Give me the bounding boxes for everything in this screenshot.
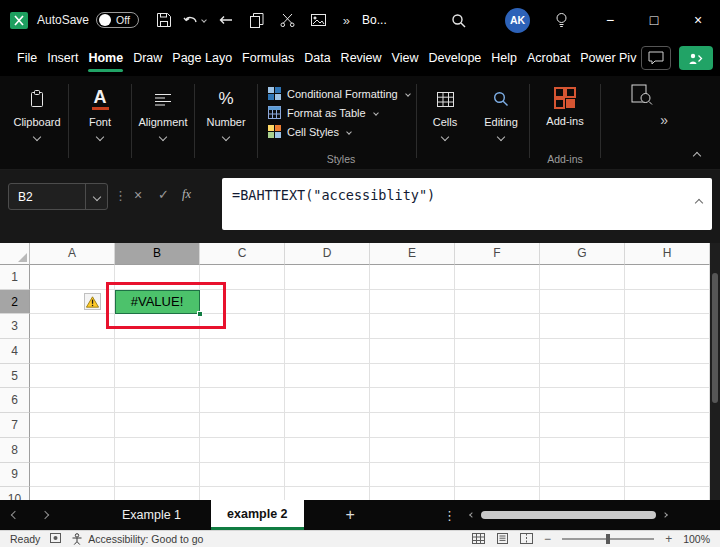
cell-B1[interactable] (115, 265, 200, 290)
cell-B9[interactable] (115, 463, 200, 488)
tab-acrobat[interactable]: Acrobat (522, 40, 575, 76)
tab-page-layout[interactable]: Page Layo (167, 40, 237, 76)
cell-G7[interactable] (540, 413, 625, 438)
close-button[interactable]: × (676, 0, 720, 40)
cell-A8[interactable] (30, 438, 115, 463)
back-arrow-button[interactable] (213, 6, 239, 34)
account-avatar[interactable]: AK (505, 8, 530, 33)
cell-E10[interactable] (370, 487, 455, 500)
share-button[interactable] (679, 46, 713, 70)
column-header-B[interactable]: B (115, 243, 200, 265)
zoom-level-button[interactable]: 100% (683, 533, 710, 545)
row-header-7[interactable]: 7 (0, 413, 30, 438)
sheet-tab-example-2[interactable]: example 2 (211, 500, 303, 530)
name-box-dropdown[interactable] (85, 184, 107, 209)
collapse-ribbon-button[interactable] (694, 145, 700, 163)
row-header-1[interactable]: 1 (0, 265, 30, 290)
cell-D5[interactable] (285, 364, 370, 389)
row-header-9[interactable]: 9 (0, 463, 30, 488)
cell-D2[interactable] (285, 290, 370, 315)
cell-C5[interactable] (200, 364, 285, 389)
cell-H8[interactable] (625, 438, 710, 463)
insert-function-button[interactable]: fx (182, 187, 191, 202)
cell-B4[interactable] (115, 339, 200, 364)
accessibility-status-button[interactable]: Accessibility: Good to go (71, 533, 203, 545)
cell-G8[interactable] (540, 438, 625, 463)
collapse-formula-bar-button[interactable] (696, 192, 702, 210)
cell-H5[interactable] (625, 364, 710, 389)
copy-button[interactable] (244, 6, 270, 34)
cell-H3[interactable] (625, 314, 710, 339)
tab-power-pivot[interactable]: Power Piv (575, 40, 641, 76)
cell-A2[interactable] (30, 290, 115, 315)
error-warning-button[interactable] (84, 293, 101, 310)
row-header-6[interactable]: 6 (0, 388, 30, 413)
cell-H9[interactable] (625, 463, 710, 488)
vertical-scrollbar-thumb[interactable] (712, 273, 718, 403)
macro-record-button[interactable] (50, 533, 61, 545)
cell-F6[interactable] (455, 388, 540, 413)
cancel-formula-button[interactable]: × (134, 187, 142, 203)
format-as-table-button[interactable]: Format as Table (268, 103, 414, 122)
font-group-button[interactable]: A Font (69, 76, 131, 169)
row-header-2[interactable]: 2 (0, 290, 30, 315)
autosave-toggle[interactable]: AutoSave Off (37, 12, 139, 28)
alignment-group-button[interactable]: Alignment (132, 76, 194, 169)
cell-B8[interactable] (115, 438, 200, 463)
cell-B3[interactable] (115, 314, 200, 339)
autosave-switch[interactable]: Off (96, 12, 139, 28)
analyze-data-button[interactable] (631, 84, 653, 109)
cell-C8[interactable] (200, 438, 285, 463)
maximize-button[interactable]: □ (632, 0, 676, 40)
tab-file[interactable]: File (12, 40, 42, 76)
cell-G4[interactable] (540, 339, 625, 364)
cell-H4[interactable] (625, 339, 710, 364)
cell-F9[interactable] (455, 463, 540, 488)
cell-B6[interactable] (115, 388, 200, 413)
cell-H6[interactable] (625, 388, 710, 413)
column-header-D[interactable]: D (285, 243, 370, 265)
cell-G10[interactable] (540, 487, 625, 500)
row-header-3[interactable]: 3 (0, 314, 30, 339)
cell-styles-button[interactable]: Cell Styles (268, 122, 414, 141)
column-header-F[interactable]: F (455, 243, 540, 265)
cell-C2[interactable] (200, 290, 285, 315)
cell-C3[interactable] (200, 314, 285, 339)
cell-F3[interactable] (455, 314, 540, 339)
sheet-options-button[interactable]: ⋮ (443, 508, 456, 523)
vertical-scrollbar[interactable] (710, 243, 720, 500)
column-header-E[interactable]: E (370, 243, 455, 265)
cell-E5[interactable] (370, 364, 455, 389)
previous-sheet-button[interactable] (0, 512, 30, 518)
cell-E9[interactable] (370, 463, 455, 488)
page-layout-view-button[interactable] (496, 533, 509, 546)
cell-E2[interactable] (370, 290, 455, 315)
scroll-right-icon[interactable] (662, 512, 668, 518)
cell-D3[interactable] (285, 314, 370, 339)
horizontal-scrollbar-thumb[interactable] (481, 511, 656, 519)
cell-H1[interactable] (625, 265, 710, 290)
quick-access-overflow-button[interactable]: » (343, 13, 350, 28)
cell-H2[interactable] (625, 290, 710, 315)
row-header-4[interactable]: 4 (0, 339, 30, 364)
row-header-8[interactable]: 8 (0, 438, 30, 463)
cell-E4[interactable] (370, 339, 455, 364)
cell-A1[interactable] (30, 265, 115, 290)
cell-D6[interactable] (285, 388, 370, 413)
cell-F5[interactable] (455, 364, 540, 389)
tab-developer[interactable]: Develope (423, 40, 486, 76)
cell-A9[interactable] (30, 463, 115, 488)
cell-E8[interactable] (370, 438, 455, 463)
search-button[interactable] (445, 6, 471, 34)
cell-E6[interactable] (370, 388, 455, 413)
formula-input[interactable]: =BAHTTEXT("accessiblity") (222, 178, 712, 230)
fill-handle[interactable] (197, 311, 203, 317)
column-header-G[interactable]: G (540, 243, 625, 265)
cell-D7[interactable] (285, 413, 370, 438)
row-header-5[interactable]: 5 (0, 364, 30, 389)
cell-D1[interactable] (285, 265, 370, 290)
normal-view-button[interactable] (472, 533, 485, 546)
tab-formulas[interactable]: Formulas (237, 40, 299, 76)
cell-F4[interactable] (455, 339, 540, 364)
tab-insert[interactable]: Insert (42, 40, 83, 76)
